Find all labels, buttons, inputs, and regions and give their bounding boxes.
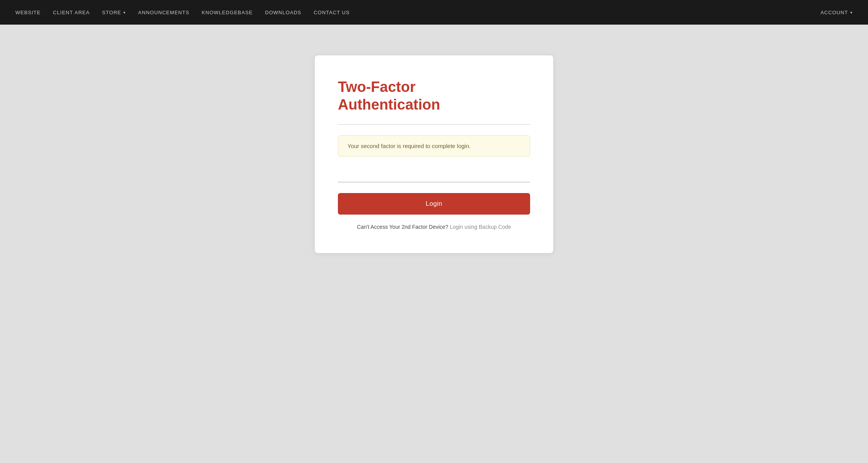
- backup-code-text: Can't Access Your 2nd Factor Device? Log…: [338, 224, 530, 230]
- nav-item-store[interactable]: STORE ▾: [102, 10, 126, 15]
- nav-item-announcements[interactable]: ANNOUNCEMENTS: [138, 10, 189, 15]
- auth-card: Two-Factor Authentication Your second fa…: [315, 55, 553, 253]
- nav-item-client-area[interactable]: CLIENT AREA: [53, 10, 90, 15]
- page-title: Two-Factor Authentication: [338, 78, 530, 113]
- nav-item-contact-us[interactable]: CONTACT US: [314, 10, 350, 15]
- nav-item-downloads[interactable]: DOWNLOADS: [265, 10, 301, 15]
- nav-item-account[interactable]: ACCOUNT ▾: [820, 10, 853, 15]
- navbar: WEBSITE CLIENT AREA STORE ▾ ANNOUNCEMENT…: [0, 0, 868, 25]
- nav-item-knowledgebase[interactable]: KNOWLEDGEBASE: [202, 10, 253, 15]
- nav-left: WEBSITE CLIENT AREA STORE ▾ ANNOUNCEMENT…: [15, 10, 350, 15]
- store-dropdown-icon: ▾: [123, 10, 126, 15]
- nav-item-website[interactable]: WEBSITE: [15, 10, 41, 15]
- title-divider: [338, 124, 530, 125]
- backup-code-link[interactable]: Login using Backup Code: [450, 224, 511, 230]
- login-button[interactable]: Login: [338, 193, 530, 215]
- account-dropdown-icon: ▾: [850, 10, 853, 15]
- page-content: Two-Factor Authentication Your second fa…: [0, 25, 868, 463]
- info-message-box: Your second factor is required to comple…: [338, 135, 530, 157]
- nav-right: ACCOUNT ▾: [820, 10, 853, 15]
- info-message-text: Your second factor is required to comple…: [348, 143, 520, 149]
- two-factor-code-input[interactable]: [338, 166, 530, 182]
